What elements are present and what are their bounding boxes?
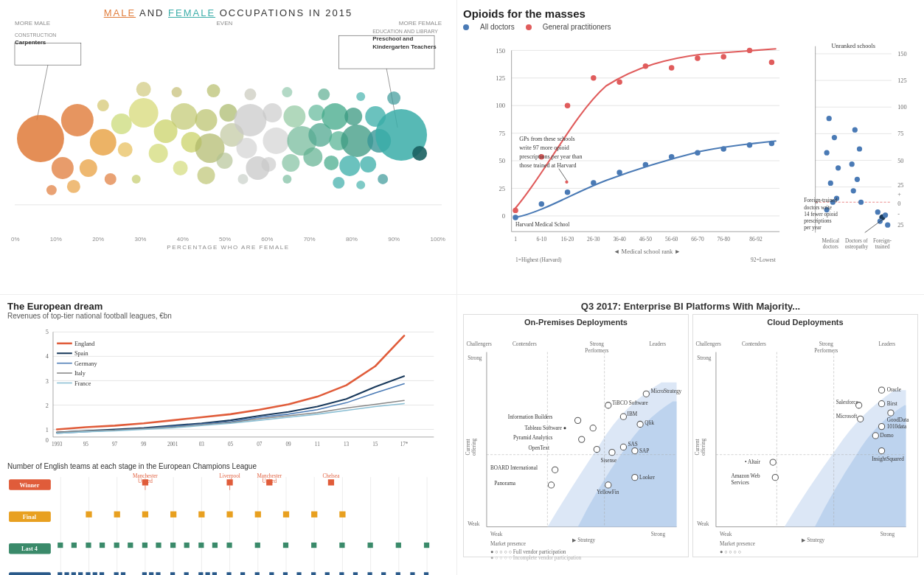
svg-point-359: [548, 482, 554, 488]
svg-text:Market presence: Market presence: [720, 541, 755, 547]
svg-point-62: [356, 92, 365, 101]
svg-point-31: [261, 157, 276, 172]
svg-text:Leaders: Leaders: [878, 341, 895, 347]
svg-text:Sisense: Sisense: [600, 458, 616, 464]
svg-text:Harvard Medical School: Harvard Medical School: [515, 221, 569, 228]
svg-point-38: [322, 103, 348, 130]
bi-on-premises-title: On-Premises Deployments: [464, 315, 688, 328]
svg-rect-274: [170, 543, 176, 548]
bi-panel: Q3 2017: Enterprise BI Platforms With Ma…: [457, 295, 924, 575]
svg-point-102: [769, 60, 774, 65]
svg-text:IBM: IBM: [628, 411, 638, 417]
svg-text:Strong: Strong: [697, 355, 712, 361]
svg-rect-260: [198, 511, 204, 517]
svg-text:16-20: 16-20: [561, 236, 574, 243]
svg-point-385: [878, 387, 884, 393]
svg-point-40: [324, 156, 338, 170]
svg-point-110: [695, 150, 700, 156]
svg-point-29: [263, 103, 282, 122]
svg-point-145: [828, 181, 833, 186]
svg-point-339: [574, 417, 580, 423]
svg-text:Oracle: Oracle: [887, 387, 901, 393]
and-label: AND: [139, 7, 168, 18]
svg-point-395: [878, 423, 884, 429]
svg-text:150: 150: [496, 47, 505, 55]
x-axis-labels: 0%10%20%30%40% 50%60%70%80%90%100%: [7, 236, 449, 243]
svg-point-6: [90, 129, 117, 156]
svg-text:50: 50: [499, 157, 506, 164]
svg-point-27: [236, 138, 257, 158]
svg-text:▶ Strategy: ▶ Strategy: [572, 537, 595, 543]
revenue-chart: 5 4 3 2 1 0 1993 95 97 99 2001 03 05 07 …: [7, 324, 449, 459]
svg-text:Panorama: Panorama: [494, 481, 516, 487]
svg-text:▶ Strategy: ▶ Strategy: [802, 537, 824, 543]
svg-point-37: [303, 147, 322, 167]
x-axis-title: PERCENTAGE WHO ARE FEMALE: [7, 244, 449, 251]
svg-point-144: [836, 165, 841, 170]
svg-text:1993: 1993: [52, 442, 63, 447]
svg-rect-285: [424, 543, 429, 548]
svg-text:doctors write: doctors write: [804, 205, 832, 211]
svg-rect-309: [311, 572, 316, 575]
svg-text:4: 4: [46, 353, 49, 360]
bubble-chart-title: MALE AND FEMALE OCCUPATIONS IN 2015: [7, 7, 449, 18]
svg-text:InsightSquared: InsightSquared: [872, 456, 904, 462]
svg-text:Services: Services: [732, 480, 750, 486]
svg-rect-277: [212, 543, 218, 548]
svg-text:Strong: Strong: [468, 355, 482, 361]
svg-text:Qlik: Qlik: [645, 420, 654, 426]
svg-text:46-50: 46-50: [639, 236, 653, 243]
svg-text:Germany: Germany: [74, 360, 98, 367]
svg-text:2001: 2001: [167, 442, 178, 447]
bi-on-premises-panel: On-Premises Deployments Challengers Cont…: [463, 314, 689, 557]
title-rest: OCCUPATIONS IN 2015: [220, 7, 353, 18]
svg-point-106: [591, 180, 596, 185]
svg-text:66-70: 66-70: [691, 236, 704, 243]
svg-text:Medical: Medical: [821, 238, 839, 244]
svg-text:GoodData: GoodData: [887, 417, 909, 423]
bi-charts-container: On-Premises Deployments Challengers Cont…: [463, 314, 918, 557]
svg-text:Domo: Domo: [880, 433, 894, 439]
svg-text:• Altair: • Altair: [745, 459, 760, 465]
football-title: The European dream: [7, 301, 449, 312]
svg-text:0: 0: [46, 437, 49, 444]
svg-rect-255: [328, 479, 334, 485]
svg-rect-281: [311, 543, 316, 548]
svg-point-154: [858, 200, 864, 205]
svg-rect-257: [114, 511, 120, 517]
svg-rect-301: [206, 572, 210, 575]
svg-rect-276: [198, 543, 204, 548]
svg-text:13: 13: [344, 442, 350, 447]
svg-text:prescriptions: prescriptions: [804, 218, 831, 224]
svg-text:Weak: Weak: [720, 532, 732, 537]
svg-text:Salesforce: Salesforce: [836, 400, 858, 405]
svg-text:GPs from these schools: GPs from these schools: [519, 136, 574, 142]
svg-text:5: 5: [46, 329, 49, 335]
svg-rect-310: [325, 572, 330, 575]
svg-point-19: [173, 161, 188, 175]
opioids-secondary-svg: 150 125 100 75 50 25 + 0 - 25: [800, 35, 918, 263]
svg-text:25: 25: [499, 185, 506, 192]
svg-text:125: 125: [897, 77, 906, 84]
svg-text:Looker: Looker: [639, 475, 655, 481]
svg-point-48: [412, 146, 427, 161]
svg-point-96: [616, 79, 622, 84]
svg-text:Market presence: Market presence: [490, 541, 526, 547]
bi-title: Q3 2017: Enterprise BI Platforms With Ma…: [463, 301, 918, 312]
opioids-legend: All doctors General practitioners: [463, 23, 918, 31]
svg-rect-273: [156, 543, 161, 548]
svg-point-95: [591, 75, 596, 80]
gps-dot: [526, 24, 532, 30]
svg-point-41: [344, 108, 362, 125]
svg-point-399: [770, 459, 776, 465]
svg-point-143: [824, 150, 830, 156]
svg-line-2: [37, 65, 48, 120]
svg-point-391: [888, 410, 894, 416]
svg-point-17: [171, 103, 198, 130]
svg-text:England: England: [74, 341, 95, 347]
svg-point-347: [579, 436, 585, 442]
svg-point-46: [360, 156, 376, 172]
svg-rect-294: [121, 572, 125, 575]
svg-text:86-92: 86-92: [749, 236, 763, 243]
football-subtitle: Revenues of top-tier national football l…: [7, 312, 449, 320]
